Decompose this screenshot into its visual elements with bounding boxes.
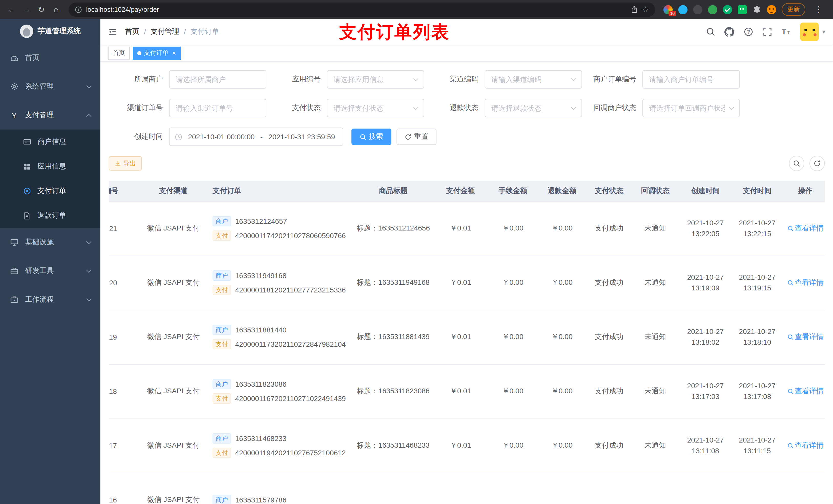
url-text[interactable]: localhost:1024/pay/order (86, 6, 626, 13)
tag-pay-order[interactable]: 支付订单 × (133, 46, 181, 60)
extension-icon[interactable] (723, 5, 732, 14)
refresh-icon[interactable] (809, 156, 825, 171)
sidebar-item-merchant-info[interactable]: 商户信息 (0, 129, 100, 154)
view-detail-link[interactable]: 查看详情 (787, 332, 824, 342)
breadcrumb-home[interactable]: 首页 (125, 27, 139, 37)
merchant-order-no-field[interactable] (642, 70, 740, 89)
filter-channel-code: 渠道编码 (424, 70, 582, 89)
col-created: 创建时间 (679, 181, 732, 201)
extension-icon[interactable] (708, 5, 717, 14)
paid-date: 2021-10-27 (735, 381, 779, 391)
reset-button-label: 重置 (414, 132, 428, 141)
app-logo[interactable]: 芋道管理系统 (0, 19, 100, 44)
fee-amount: ￥0.00 (502, 278, 524, 286)
sidebar-toggle-icon[interactable] (100, 19, 125, 45)
order-id: 121 (109, 224, 117, 233)
refund-amount: ￥0.00 (551, 224, 573, 232)
export-button-label: 导出 (123, 159, 136, 168)
app-select[interactable] (327, 70, 424, 89)
view-detail-link[interactable]: 查看详情 (787, 387, 824, 396)
merchant-order-no: 1635311881440 (235, 326, 286, 334)
extension-icon[interactable] (738, 5, 747, 14)
channel-code-field[interactable] (485, 70, 582, 89)
breadcrumb-parent[interactable]: 支付管理 (151, 27, 179, 37)
screen: ← → ↻ ⌂ localhost:1024/pay/order ☆ 10 (0, 0, 833, 504)
merchant-input-field[interactable] (169, 70, 266, 89)
table-toolbar: 导出 (109, 156, 825, 171)
pay-status-field[interactable] (327, 99, 424, 117)
channel-order-no-field[interactable] (169, 99, 266, 117)
view-detail-link[interactable]: 查看详情 (787, 441, 824, 450)
app-select-field[interactable] (327, 70, 424, 89)
browser-menu-icon[interactable]: ⋮ (811, 2, 826, 17)
breadcrumb: 首页 / 支付管理 / 支付订单 (125, 27, 219, 37)
search-button[interactable]: 搜索 (352, 128, 391, 145)
sidebar-item-system[interactable]: 系统管理 (0, 72, 100, 101)
extension-icon[interactable]: 10 (663, 5, 673, 14)
col-order: 支付订单 (208, 181, 354, 201)
pay-status-select[interactable] (327, 99, 424, 117)
pay-channel: 微信 JSAPI 支付 (147, 441, 199, 449)
callback-status-select[interactable] (642, 99, 740, 117)
export-button[interactable]: 导出 (109, 156, 142, 171)
date-end[interactable]: 2021-10-31 23:59:59 (266, 133, 338, 141)
active-dot (137, 51, 141, 55)
browser-forward-button[interactable]: → (19, 2, 34, 17)
sidebar-item-pay-order[interactable]: 支付订单 (0, 179, 100, 203)
merchant-input[interactable] (169, 70, 266, 89)
merchant-order-no: 1635311823086 (235, 380, 286, 388)
chrome-update-button[interactable]: 更新 (782, 3, 805, 16)
browser-reload-button[interactable]: ↻ (34, 2, 49, 17)
pay-amount: ￥0.01 (450, 278, 471, 286)
user-menu[interactable]: ▾ (800, 23, 825, 41)
tag-label: 支付订单 (144, 49, 169, 57)
create-time-range-picker[interactable]: 2021-10-01 00:00:00 - 2021-10-31 23:59:5… (169, 127, 343, 146)
close-icon[interactable]: × (172, 50, 176, 56)
extension-icon[interactable] (678, 5, 688, 14)
sidebar-item-label: 基础设施 (25, 238, 87, 247)
extensions-puzzle-icon[interactable] (753, 5, 761, 14)
refund-amount: ￥0.00 (551, 332, 573, 341)
help-icon[interactable]: ? (743, 27, 754, 37)
reset-button[interactable]: 重置 (397, 128, 436, 145)
fullscreen-icon[interactable] (762, 27, 772, 37)
callback-status: 未通知 (644, 332, 666, 341)
grid-icon (23, 162, 31, 171)
browser-profile-avatar[interactable] (767, 5, 776, 14)
toggle-search-icon[interactable] (789, 156, 804, 171)
sidebar-item-payment[interactable]: ¥ 支付管理 (0, 101, 100, 129)
channel-code-select[interactable] (485, 70, 582, 89)
sidebar-item-app-info[interactable]: 应用信息 (0, 154, 100, 179)
view-detail-link[interactable]: 查看详情 (787, 224, 824, 233)
app-title: 芋道管理系统 (38, 27, 81, 36)
address-bar[interactable]: localhost:1024/pay/order ☆ (69, 2, 655, 17)
sidebar-item-refund-order[interactable]: 退款订单 (0, 203, 100, 228)
tag-home[interactable]: 首页 (108, 46, 129, 60)
filter-label: 商户订单编号 (582, 75, 642, 84)
refund-status-field[interactable] (485, 99, 582, 117)
date-start[interactable]: 2021-10-01 00:00:00 (186, 133, 257, 141)
share-icon[interactable] (630, 6, 638, 13)
refund-status-select[interactable] (485, 99, 582, 117)
created-time: 13:22:05 (682, 229, 729, 239)
github-icon[interactable] (724, 27, 735, 37)
gear-icon (10, 82, 19, 91)
sidebar-item-workflow[interactable]: 工作流程 (0, 285, 100, 314)
search-icon[interactable] (706, 27, 716, 37)
sidebar-item-dev-tools[interactable]: 研发工具 (0, 257, 100, 285)
merchant-order-no-input[interactable] (642, 70, 740, 89)
sidebar-item-home[interactable]: 首页 (0, 44, 100, 72)
channel-order-no-input[interactable] (169, 99, 266, 117)
sidebar-item-infrastructure[interactable]: 基础设施 (0, 228, 100, 257)
extension-icon[interactable] (693, 5, 703, 14)
browser-home-button[interactable]: ⌂ (49, 2, 64, 17)
avatar[interactable] (800, 23, 819, 41)
callback-status-field[interactable] (642, 99, 740, 117)
pay-order-no: 4200001167202110271022491439 (235, 394, 346, 403)
font-size-icon[interactable]: TT (781, 27, 791, 37)
bookmark-star-icon[interactable]: ☆ (642, 5, 649, 14)
paid-time: 13:18:10 (735, 337, 779, 348)
browser-back-button[interactable]: ← (4, 2, 19, 17)
site-info-icon[interactable] (75, 6, 82, 13)
view-detail-link[interactable]: 查看详情 (787, 278, 824, 287)
